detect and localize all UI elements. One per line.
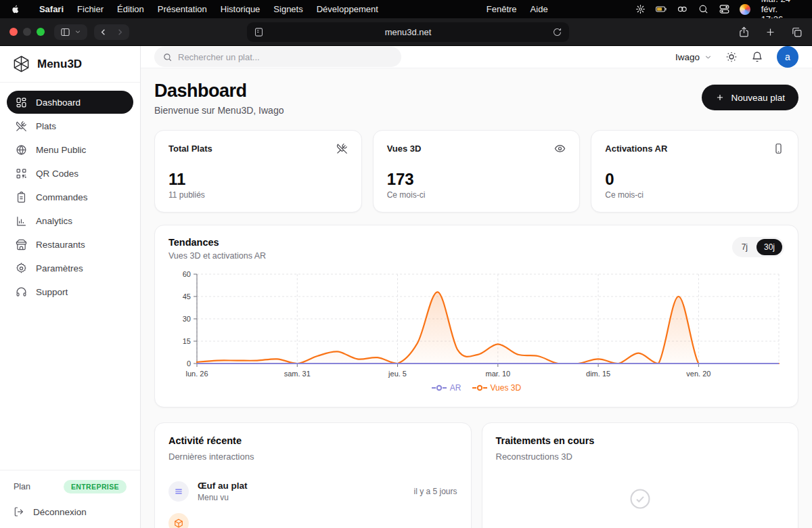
menubar-historique[interactable]: Historique <box>221 4 261 14</box>
recent-activity-card: Activité récente Dernières interactions … <box>154 422 472 528</box>
range-option-7j[interactable]: 7j <box>734 239 755 255</box>
svg-text:15: 15 <box>183 337 191 345</box>
menubar-developpement[interactable]: Développement <box>317 4 378 14</box>
bar-chart-icon <box>16 215 27 227</box>
bottom-panels: Activité récente Dernières interactions … <box>154 422 798 528</box>
svg-text:60: 60 <box>183 270 191 278</box>
app-sidebar: Menu3D Dashboard Plats Menu Public QR Co… <box>0 46 141 528</box>
svg-text:mar. 10: mar. 10 <box>485 370 510 378</box>
legend-item-vues-3d: Vues 3D <box>472 383 522 393</box>
activity-type-icon <box>168 513 189 528</box>
smartphone-icon <box>773 143 784 154</box>
area-chart: 015304560lun. 26sam. 31jeu. 5mar. 10dim.… <box>168 269 784 381</box>
app-header: Iwago a <box>141 46 812 68</box>
menubar-signets[interactable]: Signets <box>273 4 302 14</box>
sidebar-item-qr-codes[interactable]: QR Codes <box>7 162 133 185</box>
sidebar-item-menu-public[interactable]: Menu Public <box>7 138 133 161</box>
sidebar-nav: Dashboard Plats Menu Public QR Codes Com… <box>0 83 140 304</box>
restaurant-name: Iwago <box>675 52 700 62</box>
stat-caption: Ce mois-ci <box>387 190 566 200</box>
chart-title: Tendances <box>168 237 266 248</box>
tab-overview-icon[interactable] <box>791 26 803 38</box>
page-title: Dashboard <box>154 81 284 101</box>
address-bar[interactable]: menu3d.net <box>247 22 569 42</box>
new-dish-button[interactable]: Nouveau plat <box>702 85 798 110</box>
sidebar-footer: Plan ENTREPRISE Déconnexion <box>0 470 140 528</box>
history-nav <box>94 24 129 40</box>
share-icon[interactable] <box>738 26 750 38</box>
reload-icon[interactable] <box>552 27 562 37</box>
menubar-aide[interactable]: Aide <box>531 4 548 14</box>
svg-text:sam. 31: sam. 31 <box>284 370 311 378</box>
check-circle-icon <box>629 487 652 510</box>
page-subtitle: Bienvenue sur Menu3D, Iwago <box>154 104 284 116</box>
battery-icon[interactable] <box>656 3 667 15</box>
logout-button[interactable]: Déconnexion <box>14 506 127 517</box>
search-input[interactable] <box>178 52 381 62</box>
activity-item[interactable]: Œuf au plat Menu vu il y a 5 jours <box>168 481 457 502</box>
sidebar-item-restaurants[interactable]: Restaurants <box>7 233 133 256</box>
sidebar-item-dashboard[interactable]: Dashboard <box>7 91 133 114</box>
app-window: Menu3D Dashboard Plats Menu Public QR Co… <box>0 46 812 528</box>
zoom-window-button[interactable] <box>37 28 45 36</box>
sidebar-item-label: QR Codes <box>36 169 78 179</box>
qr-code-icon <box>16 168 27 179</box>
menubar-app-menu[interactable]: Safari <box>39 4 64 14</box>
menubar-fichier[interactable]: Fichier <box>77 4 104 14</box>
stat-card-activations-ar: Activations AR 0 Ce mois-ci <box>591 130 798 213</box>
restaurant-switcher[interactable]: Iwago <box>665 52 712 62</box>
stat-caption: Ce mois-ci <box>605 190 784 200</box>
svg-text:lun. 26: lun. 26 <box>185 370 208 378</box>
user-profile-icon[interactable] <box>740 4 750 15</box>
plan-badge: ENTREPRISE <box>64 480 127 493</box>
cube-icon <box>174 519 183 528</box>
panel-subtitle: Reconstructions 3D <box>496 452 785 462</box>
activity-item[interactable] <box>168 513 457 528</box>
chart-legend: ARVues 3D <box>168 383 784 393</box>
close-window-button[interactable] <box>9 28 18 36</box>
activity-action: Menu vu <box>198 493 248 502</box>
sidebar-item-parametres[interactable]: Paramètres <box>7 257 133 280</box>
menu-lines-icon <box>174 487 183 496</box>
new-dish-label: Nouveau plat <box>731 93 785 103</box>
svg-text:30: 30 <box>183 315 191 323</box>
page-settings-icon[interactable] <box>254 27 264 37</box>
menubar-presentation[interactable]: Présentation <box>158 4 207 14</box>
sidebar-toggle-button[interactable] <box>54 24 87 40</box>
sidebar-item-support[interactable]: Support <box>7 280 133 303</box>
sidebar-item-label: Paramètres <box>36 263 83 273</box>
apple-logo-icon[interactable] <box>11 4 20 14</box>
stat-caption: 11 publiés <box>168 190 348 200</box>
spotlight-search-icon[interactable] <box>698 3 709 15</box>
stat-value: 0 <box>605 171 784 188</box>
stat-title: Vues 3D <box>387 144 422 154</box>
dashboard-icon <box>16 97 27 108</box>
minimize-window-button[interactable] <box>23 28 31 36</box>
brand[interactable]: Menu3D <box>0 46 140 83</box>
sidebar-item-commandes[interactable]: Commandes <box>7 185 133 208</box>
forward-button[interactable] <box>115 27 125 37</box>
sidebar-item-plats[interactable]: Plats <box>7 114 133 137</box>
back-button[interactable] <box>98 27 108 37</box>
search-icon <box>162 52 173 62</box>
sidebar-item-analytics[interactable]: Analytics <box>7 209 133 232</box>
menubar-edition[interactable]: Édition <box>117 4 144 14</box>
range-option-30j[interactable]: 30j <box>757 239 782 255</box>
svg-text:dim. 15: dim. 15 <box>586 370 610 378</box>
avatar[interactable]: a <box>777 46 798 68</box>
sidebar-item-label: Analytics <box>36 216 72 226</box>
bell-icon[interactable] <box>751 51 763 63</box>
processing-card: Traitements en cours Reconstructions 3D <box>482 422 799 528</box>
menubar-fenetre[interactable]: Fenêtre <box>487 4 517 14</box>
display-brightness-icon[interactable] <box>635 3 646 15</box>
search-box[interactable] <box>154 47 401 67</box>
sidebar-item-label: Menu Public <box>36 145 86 155</box>
link-icon[interactable] <box>677 3 688 15</box>
theme-toggle-sun-icon[interactable] <box>725 51 738 63</box>
control-center-icon[interactable] <box>719 3 730 15</box>
sidebar-item-label: Dashboard <box>36 97 81 108</box>
new-tab-icon[interactable] <box>765 26 776 38</box>
activity-time: il y a 5 jours <box>413 487 457 496</box>
stat-value: 173 <box>387 171 566 188</box>
sidebar-item-label: Plats <box>36 121 56 131</box>
